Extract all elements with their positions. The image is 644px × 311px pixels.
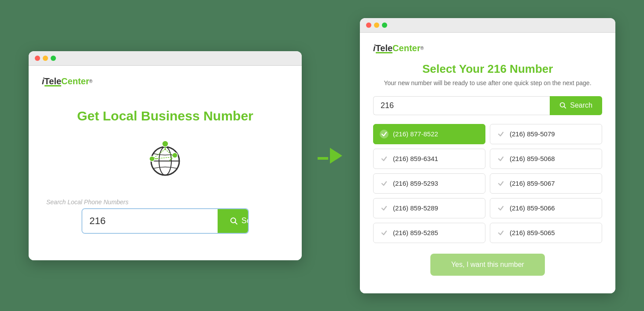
logo-center-right: Center (392, 43, 420, 53)
logo-tele-right: Tele (376, 43, 393, 53)
svg-line-12 (564, 106, 566, 108)
svg-point-4 (149, 156, 155, 161)
svg-line-8 (155, 157, 172, 159)
check-icon-2 (380, 154, 389, 163)
number-item-0[interactable]: (216) 877-8522 (373, 124, 485, 144)
number-item-4[interactable]: (216) 859-5293 (373, 173, 485, 194)
flow-arrow (319, 148, 342, 164)
search-button-left[interactable]: Search (218, 209, 249, 233)
close-button-right[interactable] (366, 22, 371, 28)
number-item-8[interactable]: (216) 859-5285 (373, 223, 485, 243)
check-icon-6 (380, 204, 389, 213)
logo-registered-right: ® (420, 46, 423, 51)
number-value-3: (216) 859-5068 (510, 155, 555, 162)
svg-point-3 (162, 141, 168, 147)
confirm-button[interactable]: Yes, I want this number (430, 254, 545, 276)
logo-tele: Tele (44, 76, 62, 86)
check-icon-7 (496, 204, 505, 213)
svg-line-10 (235, 222, 237, 224)
number-item-6[interactable]: (216) 859-5289 (373, 198, 485, 218)
maximize-button-right[interactable] (382, 22, 387, 28)
search-button-right[interactable]: Search (550, 96, 602, 115)
logo-right: i Tele Center ® (373, 43, 602, 53)
numbers-grid: (216) 877-8522 (216) 859-5079 (216) 859-… (373, 124, 602, 243)
search-icon-left (230, 217, 238, 225)
number-item-2[interactable]: (216) 859-6341 (373, 149, 485, 169)
left-titlebar (29, 51, 302, 66)
check-icon-8 (380, 229, 389, 237)
page-title-right: Select Your 216 Number (373, 62, 602, 76)
check-icon-0 (380, 130, 389, 139)
minimize-button[interactable] (43, 56, 48, 61)
maximize-button[interactable] (51, 56, 56, 61)
number-value-5: (216) 859-5067 (510, 180, 555, 187)
number-value-8: (216) 859-5285 (393, 229, 438, 236)
number-item-1[interactable]: (216) 859-5079 (490, 124, 602, 144)
number-item-9[interactable]: (216) 859-5065 (490, 223, 602, 243)
logo-center: Center (61, 76, 89, 86)
globe-icon (143, 137, 187, 181)
search-input-right[interactable] (373, 96, 550, 115)
page-subtitle-right: Your new number will be ready to use aft… (373, 79, 602, 86)
logo-registered: ® (89, 79, 92, 84)
number-item-3[interactable]: (216) 859-5068 (490, 149, 602, 169)
search-button-label-left: Search (241, 216, 249, 225)
logo-left: i Tele Center ® (42, 76, 93, 86)
search-label-left: Search Local Phone Numbers (46, 199, 129, 206)
number-value-7: (216) 859-5066 (510, 204, 555, 212)
number-value-9: (216) 859-5065 (510, 229, 555, 236)
number-value-0: (216) 877-8522 (393, 130, 438, 138)
search-row-left: Search (81, 208, 249, 234)
right-titlebar (360, 18, 615, 33)
number-value-1: (216) 859-5079 (510, 130, 555, 138)
number-item-7[interactable]: (216) 859-5066 (490, 198, 602, 218)
search-input-left[interactable] (82, 209, 218, 233)
check-icon-3 (496, 154, 505, 163)
right-window: i Tele Center ® Select Your 216 Number Y… (360, 18, 615, 293)
number-value-2: (216) 859-6341 (393, 155, 438, 162)
svg-point-5 (172, 153, 178, 158)
check-icon-4 (380, 179, 389, 188)
left-window: i Tele Center ® Get Local Business Numbe… (29, 51, 302, 260)
check-icon-9 (496, 229, 505, 237)
minimize-button-right[interactable] (374, 22, 379, 28)
close-button[interactable] (35, 56, 40, 61)
number-value-6: (216) 859-5289 (393, 204, 438, 212)
search-row-right: Search (373, 96, 602, 115)
search-icon-right (559, 102, 566, 109)
page-title-left: Get Local Business Number (77, 109, 253, 124)
number-value-4: (216) 859-5293 (393, 180, 438, 187)
check-icon-1 (496, 130, 505, 139)
number-item-5[interactable]: (216) 859-5067 (490, 173, 602, 194)
search-button-label-right: Search (570, 101, 592, 109)
check-icon-5 (496, 179, 505, 188)
